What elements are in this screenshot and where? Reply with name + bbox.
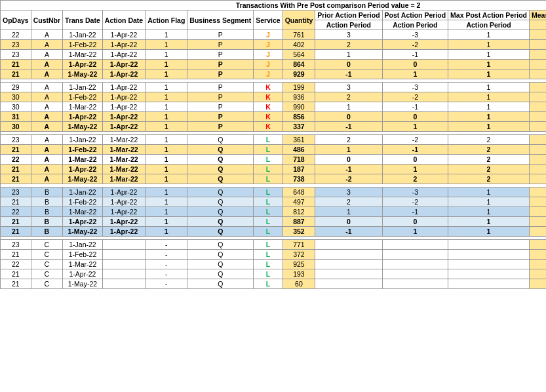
table-cell: -2	[315, 174, 382, 184]
table-cell: Q	[187, 260, 254, 269]
table-cell: 1	[382, 227, 448, 237]
table-cell: 1-Mar-22	[102, 174, 145, 184]
table-cell: P	[187, 122, 254, 132]
table-cell: 21	[1, 227, 31, 237]
col-header-custnbr: CustNbr	[31, 10, 62, 30]
table-cell: 2	[315, 40, 382, 50]
table-cell: B	[31, 187, 62, 197]
table-cell: P	[187, 60, 254, 69]
table-cell: 648	[283, 187, 315, 197]
table-cell: 402	[283, 40, 315, 50]
table-cell: C	[31, 260, 62, 269]
table-cell	[529, 122, 546, 132]
table-cell: 486	[529, 145, 546, 155]
table-cell: -	[146, 279, 187, 289]
table-cell: 761	[283, 30, 315, 40]
table-cell: A	[31, 165, 62, 174]
table-cell: 1-Apr-22	[102, 30, 145, 40]
table-cell	[448, 240, 530, 250]
table-cell: 929	[283, 69, 315, 79]
table-cell: 3	[315, 30, 382, 40]
table-cell: 1	[146, 122, 187, 132]
table-cell: 23	[1, 240, 31, 250]
table-cell: -1	[315, 69, 382, 79]
table-cell: 361	[283, 135, 315, 145]
service-cell: L	[254, 217, 283, 227]
table-cell: B	[31, 227, 62, 237]
table-row: 23A1-Mar-221-Apr-221PJ5641-11	[1, 50, 547, 60]
table-cell: P	[187, 102, 254, 112]
service-cell: L	[254, 269, 283, 279]
service-cell: L	[254, 174, 283, 184]
table-cell: 1-Apr-22	[102, 50, 145, 60]
main-container: Transactions With Pre Post comparison Pe…	[0, 0, 546, 289]
table-cell	[529, 260, 546, 269]
table-row: 21A1-Feb-221-Mar-221QL4861-12486	[1, 145, 547, 155]
table-cell: 2	[382, 174, 448, 184]
table-cell: Q	[187, 155, 254, 165]
table-cell: 1-Jan-22	[63, 83, 103, 92]
table-cell: -1	[315, 227, 382, 237]
col-header-service: Service	[254, 10, 283, 30]
table-cell: A	[31, 60, 62, 69]
table-cell: 1	[315, 207, 382, 217]
table-cell: A	[31, 135, 62, 145]
service-cell: J	[254, 69, 283, 79]
table-cell: Q	[187, 197, 254, 207]
table-cell: 1-Apr-22	[63, 269, 103, 279]
table-cell: 1-Apr-22	[102, 60, 145, 69]
table-cell: 1-Mar-22	[63, 260, 103, 269]
table-cell: 887	[283, 217, 315, 227]
table-cell: Q	[187, 269, 254, 279]
table-cell: 0	[315, 155, 382, 165]
table-cell: -1	[315, 122, 382, 132]
table-row: 21B1-Feb-221-Apr-221QL4972-21	[1, 197, 547, 207]
table-cell	[529, 197, 546, 207]
table-row: 22A1-Mar-221-Mar-221QL718002718	[1, 155, 547, 165]
table-cell	[529, 165, 546, 174]
table-cell: 1-May-22	[63, 122, 103, 132]
table-cell: 30	[1, 102, 31, 112]
table-row: 21C1-Apr-22-QL193	[1, 269, 547, 279]
service-cell: L	[254, 227, 283, 237]
table-cell: 864	[529, 60, 546, 69]
table-cell: 23	[1, 187, 31, 197]
table-cell: -3	[382, 187, 448, 197]
table-cell: A	[31, 50, 62, 60]
data-table: Transactions With Pre Post comparison Pe…	[0, 0, 546, 289]
table-cell: -	[146, 250, 187, 260]
table-cell: 22	[1, 30, 31, 40]
table-row: 31A1-Apr-221-Apr-221PK856001856	[1, 112, 547, 122]
table-cell: 1	[448, 30, 530, 40]
table-body: 22A1-Jan-221-Apr-221PJ7613-3123A1-Feb-22…	[1, 30, 547, 289]
table-cell: 1-Jan-22	[63, 30, 103, 40]
table-row: 30A1-Feb-221-Apr-221PK9362-21	[1, 92, 547, 102]
table-cell: 1	[448, 217, 530, 227]
col-header-quantity: Quantity	[283, 10, 315, 30]
table-cell: 21	[1, 279, 31, 289]
table-cell: 22	[1, 155, 31, 165]
table-cell: -2	[382, 197, 448, 207]
service-cell: J	[254, 60, 283, 69]
table-cell: 23	[1, 40, 31, 50]
table-cell: 1-Mar-22	[63, 207, 103, 217]
table-cell: 2	[448, 135, 530, 145]
col-header-businessseg: Business Segment	[187, 10, 254, 30]
table-cell: C	[31, 269, 62, 279]
col-subheader-prior: Action Period	[315, 20, 382, 30]
table-cell: Q	[187, 279, 254, 289]
table-cell: Q	[187, 250, 254, 260]
table-cell: 1-Apr-22	[102, 197, 145, 207]
table-cell	[529, 50, 546, 60]
table-cell: -1	[382, 50, 448, 60]
service-cell: L	[254, 260, 283, 269]
table-cell: 1	[315, 145, 382, 155]
table-cell: 1-Apr-22	[102, 102, 145, 112]
table-cell	[102, 250, 145, 260]
table-cell: Q	[187, 187, 254, 197]
table-row: 22A1-Jan-221-Apr-221PJ7613-31	[1, 30, 547, 40]
table-cell	[382, 250, 448, 260]
table-cell: 1	[146, 197, 187, 207]
table-cell: B	[31, 207, 62, 217]
table-cell: 1-Feb-22	[63, 250, 103, 260]
